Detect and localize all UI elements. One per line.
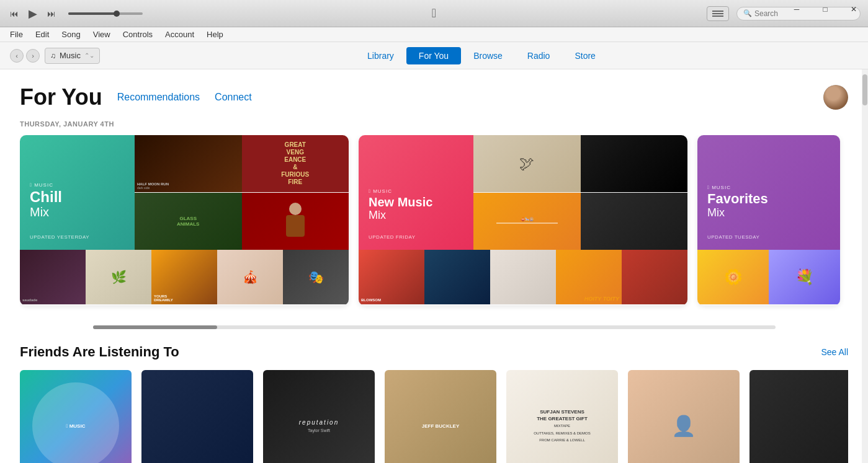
chill-bot-5: 🎭 (283, 250, 349, 304)
source-chevron-icon: ⌃⌄ (84, 52, 94, 59)
tab-for-you[interactable]: For You (406, 47, 461, 64)
chill-mix-card[interactable]:  MUSIC Chill Mix UPDATED YESTERDAY HALF… (20, 135, 349, 306)
chill-thumb-3: GLASSANIMALS (135, 193, 242, 250)
progress-bar[interactable] (68, 12, 143, 15)
menu-file[interactable]: File (5, 29, 28, 40)
new-music-art:  MUSIC New Music Mix UPDATED FRIDAY (359, 135, 473, 250)
vertical-scrollbar[interactable] (862, 69, 868, 463)
menu-edit[interactable]: Edit (30, 29, 54, 40)
list-line-2 (712, 13, 723, 14)
search-icon: 🔍 (743, 9, 752, 17)
minimize-button[interactable]: ─ (782, 0, 811, 19)
chill-bot-3: YOURSDREAMILY (151, 250, 217, 304)
hoity-text: HOITY TOITY (556, 250, 622, 304)
profile-avatar[interactable] (823, 85, 848, 110)
friend-card-6[interactable]: 👤 (628, 370, 740, 463)
friend-art-5: SUFJAN STEVENSTHE GREATEST GIFTMIXTAPEOU… (506, 370, 618, 463)
chill-bottom-row: saudade 🌿 YOURSDREAMILY 🎪 🎭 (20, 250, 349, 306)
fav-title: Favorites (707, 192, 830, 206)
nav-back-button[interactable]: ‹ (10, 49, 24, 63)
nm-thumb-4 (581, 193, 688, 250)
chill-thumb-1: HALF MOON RUN dark side (135, 135, 242, 192)
new-music-apple-label:  MUSIC (369, 188, 392, 194)
source-label: Music (60, 51, 81, 60)
tab-library[interactable]: Library (355, 47, 406, 64)
chill-mix-art:  MUSIC Chill Mix UPDATED YESTERDAY (20, 135, 135, 250)
friends-row:  MUSIC reputation Taylor Swift JEFF BUC… (20, 370, 848, 463)
menu-song[interactable]: Song (56, 29, 85, 40)
chill-bot-4: 🎪 (217, 250, 283, 304)
close-button[interactable]: ✕ (839, 0, 868, 19)
horizontal-scrollbar[interactable] (93, 325, 776, 329)
avatar-image (823, 85, 848, 110)
friend-card-3[interactable]: reputation Taylor Swift (263, 370, 375, 463)
friend-card-1[interactable]:  MUSIC (20, 370, 132, 463)
list-view-button[interactable] (707, 6, 729, 21)
friend-art-4: JEFF BUCKLEY (385, 370, 496, 463)
window-controls: ─ □ ✕ (782, 0, 868, 19)
nm-bot-1: BLOWSOM (359, 250, 424, 304)
chill-thumb-2: GREATVENGEANCE&FURIOUSFIRE (242, 135, 349, 192)
fav-bot-2: 💐 (769, 250, 840, 304)
fav-bottom-row: 🌼 💐 (697, 250, 840, 304)
friend-art-6: 👤 (628, 370, 740, 463)
play-button[interactable]: ▶ (26, 4, 40, 23)
h-scrollbar-thumb (93, 325, 217, 329)
prev-button[interactable]: ⏮ (7, 6, 21, 21)
see-all-link[interactable]: See All (821, 347, 848, 357)
menu-account[interactable]: Account (160, 29, 199, 40)
nm-bot-2 (424, 250, 490, 304)
menu-bar: File Edit Song View Controls Account Hel… (0, 27, 868, 42)
recommendations-link[interactable]: Recommendations (117, 92, 200, 103)
apple-logo:  (432, 6, 436, 20)
chill-title: Chill (30, 189, 62, 205)
fav-bot-1: 🌼 (697, 250, 769, 304)
chill-subtitle: Mix (30, 205, 49, 219)
favorites-art:  MUSIC Favorites Mix UPDATED TUESDAY (697, 135, 840, 250)
cards-row[interactable]:  MUSIC Chill Mix UPDATED YESTERDAY HALF… (20, 135, 848, 311)
favorites-mix-card[interactable]:  MUSIC Favorites Mix UPDATED TUESDAY 🌼 … (697, 135, 840, 306)
next-button[interactable]: ⏭ (45, 6, 58, 21)
date-label: THURSDAY, JANUARY 4TH (20, 120, 848, 128)
new-music-right-grid: 🕊 🎪🎠🎡 (473, 135, 687, 250)
tab-radio[interactable]: Radio (515, 47, 563, 64)
main-content: For You Recommendations Connect THURSDAY… (0, 69, 868, 463)
friend-card-7[interactable] (749, 370, 848, 463)
chill-bot-2: 🌿 (86, 250, 151, 304)
friend-card-4[interactable]: JEFF BUCKLEY (385, 370, 496, 463)
v-scrollbar-thumb (862, 74, 867, 105)
nm-bot-4: HOITY TOITY (556, 250, 622, 304)
maximize-button[interactable]: □ (811, 0, 839, 19)
nm-bot-3 (490, 250, 556, 304)
menu-controls[interactable]: Controls (118, 29, 158, 40)
nav-forward-button[interactable]: › (26, 49, 40, 63)
new-music-mix-card[interactable]:  MUSIC New Music Mix UPDATED FRIDAY 🕊 (359, 135, 687, 306)
source-selector[interactable]: ♫ Music ⌃⌄ (45, 48, 100, 64)
chill-bot-1: saudade (20, 250, 86, 304)
tab-browse[interactable]: Browse (461, 47, 515, 64)
nm-bot-5 (622, 250, 687, 304)
menu-help[interactable]: Help (202, 29, 228, 40)
great-vengeance-text: GREATVENGEANCE&FURIOUSFIRE (281, 141, 309, 186)
friends-section-title: Friends Are Listening To (20, 344, 179, 360)
page-title: For You (20, 84, 102, 110)
page-title-row: For You Recommendations Connect (20, 84, 848, 110)
list-line-1 (712, 11, 723, 12)
nm-thumb-1: 🕊 (473, 135, 581, 192)
chill-apple-music-label:  MUSIC (30, 182, 53, 188)
connect-link[interactable]: Connect (215, 92, 252, 103)
tab-store[interactable]: Store (562, 47, 607, 64)
glass-animals-text: GLASSANIMALS (174, 213, 202, 229)
friends-section-header: Friends Are Listening To See All (20, 344, 848, 360)
new-music-subtitle: Mix (369, 209, 386, 222)
fav-apple-label:  MUSIC (707, 185, 830, 190)
progress-thumb (114, 11, 120, 17)
friend-art-1:  MUSIC (20, 370, 132, 463)
nav-arrows: ‹ › (10, 49, 40, 63)
friend-card-5[interactable]: SUFJAN STEVENSTHE GREATEST GIFTMIXTAPEOU… (506, 370, 618, 463)
friend-card-2[interactable] (141, 370, 253, 463)
menu-view[interactable]: View (88, 29, 115, 40)
new-music-title: New Music (369, 195, 432, 209)
transport-controls: ⏮ ▶ ⏭ (7, 4, 143, 23)
chill-updated: UPDATED YESTERDAY (30, 234, 89, 240)
